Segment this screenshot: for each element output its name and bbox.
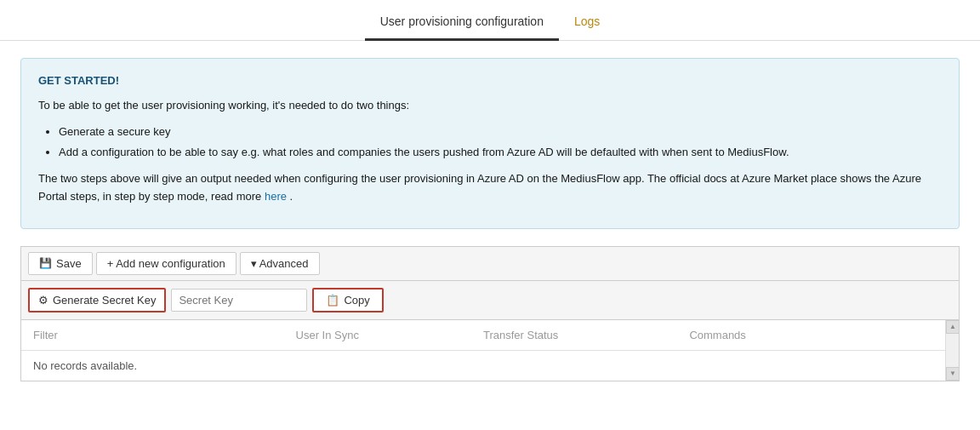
scrollbar-up-arrow[interactable]: ▲ bbox=[946, 320, 960, 334]
description-text: The two steps above will give an output … bbox=[38, 170, 942, 206]
col-header-filter: Filter bbox=[21, 320, 284, 351]
save-icon: 💾 bbox=[39, 257, 52, 269]
toolbar: 💾 Save + Add new configuration ▾ Advance… bbox=[20, 246, 960, 280]
no-records-row: No records available. bbox=[21, 350, 959, 381]
data-table: Filter User In Sync Transfer Status Comm… bbox=[21, 320, 959, 381]
generate-secret-key-button[interactable]: ⚙ Generate Secret Key bbox=[28, 288, 166, 312]
col-header-user-in-sync: User In Sync bbox=[284, 320, 471, 351]
get-started-heading: GET STARTED! bbox=[38, 72, 942, 90]
data-table-wrapper: Filter User In Sync Transfer Status Comm… bbox=[20, 319, 960, 381]
tab-logs[interactable]: Logs bbox=[559, 4, 615, 41]
tabs-bar: User provisioning configuration Logs bbox=[0, 0, 980, 41]
bullet-2: Add a configuration to be able to say e.… bbox=[59, 144, 942, 162]
col-header-transfer-status: Transfer Status bbox=[471, 320, 677, 351]
advanced-button[interactable]: ▾ Advanced bbox=[240, 252, 320, 275]
bullet-1: Generate a secure key bbox=[59, 123, 942, 141]
tab-user-provisioning[interactable]: User provisioning configuration bbox=[365, 4, 559, 41]
here-link[interactable]: here bbox=[265, 190, 287, 203]
secret-key-row: ⚙ Generate Secret Key 📋 Copy bbox=[20, 280, 960, 319]
scrollbar-down-arrow[interactable]: ▼ bbox=[946, 367, 960, 381]
gear-icon: ⚙ bbox=[38, 294, 48, 307]
copy-button[interactable]: 📋 Copy bbox=[312, 288, 383, 312]
info-box: GET STARTED! To be able to get the user … bbox=[20, 58, 960, 229]
copy-icon: 📋 bbox=[326, 294, 339, 307]
col-header-commands: Commands bbox=[677, 320, 959, 351]
secret-key-input[interactable] bbox=[171, 289, 307, 312]
main-content: GET STARTED! To be able to get the user … bbox=[0, 41, 980, 398]
scrollbar[interactable]: ▲ ▼ bbox=[945, 320, 959, 381]
intro-text: To be able to get the user provisioning … bbox=[38, 97, 942, 115]
save-button[interactable]: 💾 Save bbox=[28, 252, 93, 275]
no-records-text: No records available. bbox=[21, 350, 959, 381]
add-config-button[interactable]: + Add new configuration bbox=[96, 252, 236, 275]
